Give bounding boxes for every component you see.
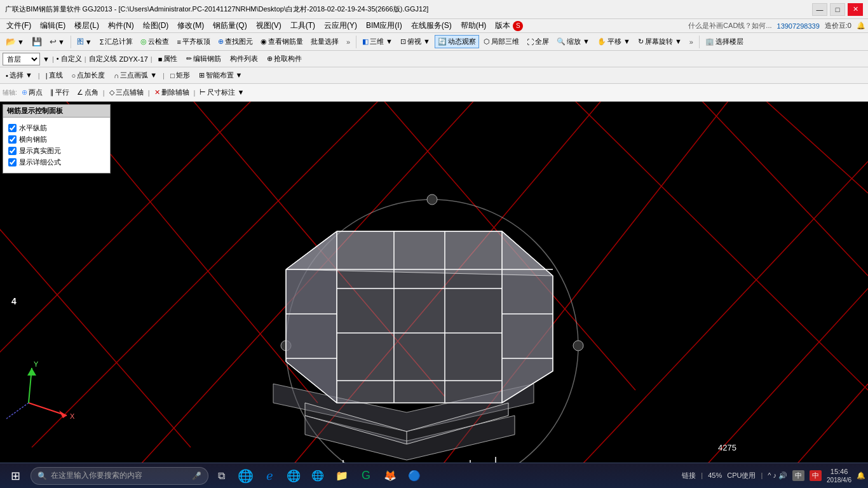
- floor-select-button[interactable]: 🏢选择楼层: [702, 35, 747, 48]
- start-button[interactable]: ⊞: [3, 464, 28, 487]
- panel-title: 钢筋显示控制面板: [3, 105, 110, 118]
- service-points: 造价豆:0: [825, 21, 851, 30]
- line-tool[interactable]: |直线: [43, 69, 66, 82]
- parallel-aux[interactable]: ∥平行: [47, 86, 72, 99]
- checkbox-h[interactable]: [8, 124, 17, 132]
- taskbar-multiview[interactable]: ⧉: [211, 466, 231, 486]
- undo-button[interactable]: ↩▼: [46, 35, 68, 48]
- point-length-tool[interactable]: ○点加长度: [69, 69, 109, 82]
- two-point-aux[interactable]: ⊕两点: [18, 86, 46, 99]
- smart-place-tool[interactable]: ⊞智能布置 ▼: [196, 69, 246, 82]
- close-button[interactable]: ✕: [848, 3, 863, 16]
- select-tool[interactable]: •选择 ▼: [3, 69, 36, 82]
- svg-point-17: [427, 194, 437, 205]
- rect-tool[interactable]: □矩形: [167, 69, 193, 82]
- search-placeholder: 在这里输入你要搜索的内容: [51, 470, 142, 481]
- menu-service[interactable]: 在线服务(S): [407, 19, 456, 32]
- column-table-button[interactable]: 构件列表: [227, 52, 261, 65]
- menu-floor[interactable]: 楼层(L): [71, 19, 103, 32]
- zoom-button[interactable]: 🔍缩放 ▼: [553, 35, 593, 48]
- checkbox-v[interactable]: [8, 135, 17, 144]
- checkbox-detail-formula[interactable]: 显示详细公式: [8, 158, 105, 167]
- sum-button[interactable]: Σ汇总计算: [97, 35, 137, 48]
- 3d-button[interactable]: ◧三维 ▼: [359, 35, 396, 48]
- taskbar-explorer[interactable]: 📁: [332, 466, 352, 486]
- menu-component[interactable]: 构件(N): [104, 19, 138, 32]
- menu-bim[interactable]: BIM应用(I): [362, 19, 406, 32]
- notification-icon: 🔔: [857, 22, 865, 30]
- floor-label-text: ▼: [43, 55, 50, 63]
- panel-body: 水平纵筋 横向钢筋 显示真实图元 显示详细公式: [3, 118, 110, 173]
- menu-edit[interactable]: 编辑(E): [36, 19, 69, 32]
- edit-rebar-button[interactable]: ✏编辑钢筋: [183, 52, 224, 65]
- menu-view[interactable]: 视图(V): [252, 19, 285, 32]
- svg-point-18: [573, 341, 583, 351]
- taskbar-time: 15:46 2018/4/6: [827, 467, 851, 484]
- point-angle-aux[interactable]: ∠点角: [74, 86, 102, 99]
- floor-selector[interactable]: 首层 二层 三层 基础层: [3, 53, 40, 65]
- taskbar-browser3[interactable]: 🌐: [308, 466, 328, 486]
- taskbar-browser1[interactable]: 🌐: [235, 466, 255, 486]
- checkbox-r[interactable]: [8, 147, 17, 155]
- minimize-button[interactable]: —: [812, 3, 827, 16]
- checkbox-vertical-rebar[interactable]: 横向钢筋: [8, 135, 105, 144]
- open-button[interactable]: 📂▼: [3, 35, 27, 48]
- menu-help[interactable]: 帮助(H): [457, 19, 491, 32]
- fullscreen-button[interactable]: ⛶全屏: [524, 35, 552, 48]
- align-top-button[interactable]: ≡平齐板顶: [173, 35, 213, 48]
- checkbox-d[interactable]: [8, 158, 17, 166]
- taskbar-browser2[interactable]: 🌐: [283, 466, 304, 486]
- taskbar-app-green[interactable]: G: [356, 466, 376, 486]
- capture-button[interactable]: ⊕抢取构件: [264, 52, 305, 65]
- main-toolbar: 📂▼ 💾 ↩▼ 图▼ Σ汇总计算 ◎云检查 ≡平齐板顶 ⊕查找图元 ◉查看钢筋量…: [0, 33, 868, 51]
- maximize-button[interactable]: □: [830, 3, 845, 16]
- control-panel: 钢筋显示控制面板 水平纵筋 横向钢筋 显示真实图元 显示详细公式: [3, 104, 111, 173]
- find-button[interactable]: ⊕查找图元: [215, 35, 256, 48]
- define-button[interactable]: 图▼: [74, 35, 95, 48]
- batch-select-button[interactable]: 批量选择: [308, 35, 342, 48]
- content-area: 钢筋显示控制面板 水平纵筋 横向钢筋 显示真实图元 显示详细公式: [0, 102, 868, 488]
- cloud-check-button[interactable]: ◎云检查: [137, 35, 172, 48]
- menu-cloud[interactable]: 云应用(Y): [320, 19, 361, 32]
- help-text: 什么是补画CAD线？如何...: [688, 21, 771, 30]
- property-button[interactable]: ■属性: [155, 52, 181, 65]
- menu-version[interactable]: 版本 S: [491, 19, 527, 32]
- delete-aux[interactable]: ✕删除辅轴: [151, 86, 193, 99]
- three-point-aux[interactable]: ◇三点辅轴: [106, 86, 147, 99]
- dynamic-obs-button[interactable]: 🔄动态观察: [435, 35, 479, 48]
- menu-tools[interactable]: 工具(T): [287, 19, 319, 32]
- menu-modify[interactable]: 修改(M): [173, 19, 208, 32]
- arc-tool[interactable]: ∩三点画弧 ▼: [111, 69, 160, 82]
- menu-draw[interactable]: 绘图(D): [139, 19, 173, 32]
- 3d-viewport[interactable]: X Y 4 4275: [0, 102, 868, 488]
- save-button[interactable]: 💾: [29, 35, 45, 48]
- checkbox-real-element[interactable]: 显示真实图元: [8, 146, 105, 156]
- system-tray-icons: ^ ♪ 🔊: [768, 471, 787, 480]
- menu-rebar[interactable]: 钢筋量(Q): [209, 19, 250, 32]
- aux-toolbar: 辅轴: ⊕两点 ∥平行 ∠点角 | ◇三点辅轴 | ✕删除辅轴 | ⊢尺寸标注 …: [0, 84, 868, 102]
- rotate-button[interactable]: ↻屏幕旋转 ▼: [635, 35, 685, 48]
- local-3d-button[interactable]: ⬡局部三维: [480, 35, 522, 48]
- menu-bar: 文件(F) 编辑(E) 楼层(L) 构件(N) 绘图(D) 修改(M) 钢筋量(…: [0, 19, 868, 33]
- app-title: 广联达BIM钢筋算量软件 GGJ2013 - [C:\Users\Adminis…: [5, 4, 812, 14]
- mic-icon: 🎤: [192, 471, 201, 480]
- more-button2[interactable]: »: [686, 36, 696, 48]
- pan-button[interactable]: ✋平移 ▼: [594, 35, 634, 48]
- top-view-button[interactable]: ⊡俯视 ▼: [397, 35, 433, 48]
- taskbar-edge[interactable]: ℯ: [259, 466, 280, 486]
- menu-file[interactable]: 文件(F): [3, 19, 35, 32]
- svg-marker-34: [286, 269, 553, 403]
- floor-toolbar: 首层 二层 三层 基础层 ▼ | • 自定义 | 自定义线 ZDYX-17 | …: [0, 51, 868, 67]
- taskbar-app-blue2[interactable]: 🔵: [404, 466, 424, 486]
- checkbox-horizontal-rebar[interactable]: 水平纵筋: [8, 123, 105, 133]
- taskbar: ⊞ 🔍 在这里输入你要搜索的内容 🎤 ⧉ 🌐 ℯ 🌐 🌐 📁 G 🦊 🔵 链接 …: [0, 463, 868, 488]
- dimension-mark[interactable]: ⊢尺寸标注 ▼: [196, 86, 247, 99]
- cpu-percent: 45%: [708, 471, 722, 479]
- more-button1[interactable]: »: [343, 36, 353, 48]
- taskbar-icons: ⧉ 🌐 ℯ 🌐 🌐 📁 G 🦊 🔵: [211, 466, 424, 486]
- view-rebar-button[interactable]: ◉查看钢筋量: [257, 35, 306, 48]
- axis-value: ZDYX-17: [119, 55, 148, 63]
- taskbar-app-red[interactable]: 🦊: [380, 466, 400, 486]
- notification-area[interactable]: 🔔: [857, 471, 865, 480]
- taskbar-search[interactable]: 🔍 在这里输入你要搜索的内容 🎤: [31, 467, 208, 485]
